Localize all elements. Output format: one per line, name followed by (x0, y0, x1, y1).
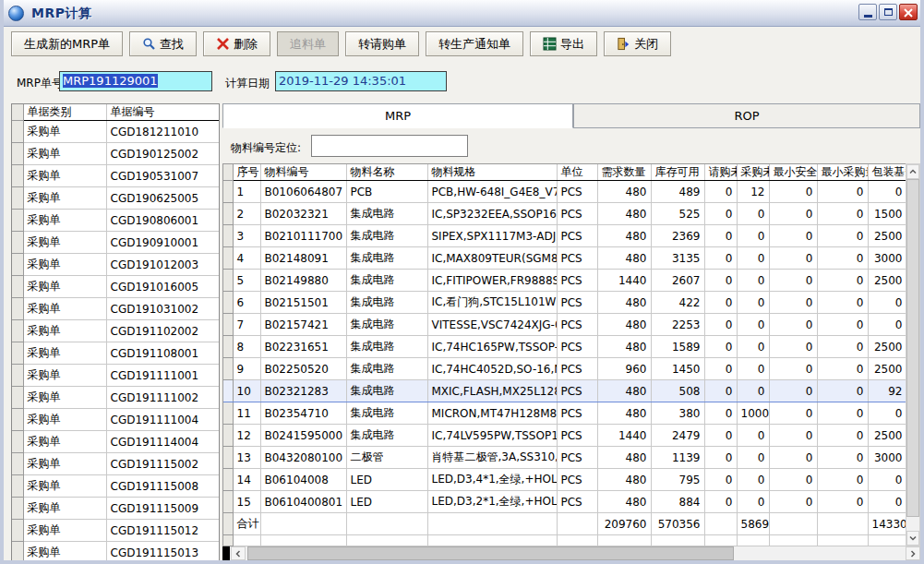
material-locator-label: 物料编号定位: (231, 140, 301, 156)
document-row[interactable]: 采购单CGD190125002 (12, 143, 220, 165)
doc-type-cell: 采购单 (23, 121, 106, 143)
horizontal-scrollbar-thumb[interactable] (247, 546, 734, 560)
mrp-col-header[interactable]: 物料编号 (260, 164, 346, 181)
tab-rop[interactable]: ROP (573, 103, 920, 128)
row-indicator (223, 513, 233, 535)
create-new-mrp-button[interactable]: 生成新的MRP单 (11, 31, 123, 56)
mrp-col-header[interactable]: 请购未到 (704, 164, 737, 181)
tab-mrp[interactable]: MRP (222, 103, 573, 128)
doc-no-cell: CGD191115012 (106, 520, 220, 542)
doc-no-header[interactable]: 单据编号 (106, 104, 220, 121)
document-row[interactable]: 采购单CGD191102002 (12, 320, 220, 342)
mrp-col-header[interactable]: 最小安全 (769, 164, 817, 181)
mrp-cell: 13 (233, 447, 260, 469)
mrp-cell: 6 (233, 292, 260, 314)
doc-type-cell: 采购单 (23, 276, 106, 298)
to-production-notice-button[interactable]: 转生产通知单 (426, 31, 523, 56)
mrp-cell: 0 (817, 203, 868, 225)
material-row[interactable]: 2B02032321集成电路IC,SP3232EEA,SSOP16,3.(PCS… (223, 203, 906, 225)
minimize-button[interactable] (858, 4, 877, 20)
document-row[interactable]: 采购单CGD191115013 (12, 542, 220, 562)
material-row[interactable]: 13B0432080100二极管肖特基二极管,3A,SS310,SMPCS480… (223, 447, 906, 469)
chase-material-button[interactable]: 追料单 (277, 31, 339, 56)
document-row[interactable]: 采购单CGD190910001 (12, 232, 220, 254)
scroll-right-button[interactable] (906, 546, 920, 560)
document-row[interactable]: 采购单CGD190625005 (12, 187, 220, 210)
mrp-cell: PCB,HW-648I_G4E8_V7_2 (427, 181, 557, 203)
material-row[interactable]: 6B02151501集成电路IC,看门狗,STC15L101WPCS480422… (223, 292, 906, 314)
mrp-col-header[interactable]: 包装基数 (868, 164, 906, 181)
material-row[interactable]: 5B02149880集成电路IC,FITIPOWER,FR9888SP(PCS1… (223, 270, 906, 292)
mrp-cell: 1440 (597, 270, 651, 292)
scroll-up-button[interactable] (906, 164, 919, 179)
material-row[interactable]: 10B02321283集成电路MXIC,FLASH,MX25L12835FPCS… (223, 380, 906, 402)
mrp-cell: 0 (737, 491, 769, 513)
material-row[interactable]: 15B0610400801LEDLED,D3,2*1,全绿,+HOLD,DPCS… (223, 491, 906, 513)
export-button[interactable]: 导出 (530, 31, 597, 56)
mrp-cell: 0 (769, 203, 817, 225)
material-row[interactable]: 11B02354710集成电路MICRON,MT47H128M8CF-PCS48… (223, 402, 906, 425)
delete-button[interactable]: 删除 (203, 31, 270, 56)
material-row[interactable]: 8B02231651集成电路IC,74HC165PW,TSSOP-16PCS48… (223, 336, 906, 358)
material-row[interactable]: 12B0241595000集成电路IC,74LV595PW,TSSOP16/7P… (223, 425, 906, 447)
document-row[interactable]: 采购单CGD191111002 (12, 387, 220, 409)
doc-no-cell: CGD191111001 (106, 365, 220, 387)
document-row[interactable]: 采购单CGD191031002 (12, 298, 220, 320)
mrp-cell: 1450 (651, 358, 704, 380)
calc-date-value: 2019-11-29 14:35:01 (279, 74, 406, 88)
close-button[interactable]: 关闭 (604, 31, 671, 56)
scroll-left-button[interactable] (231, 546, 246, 560)
document-row[interactable]: 采购单CGD190806001 (12, 210, 220, 232)
mrp-col-header[interactable]: 库存可用 (651, 164, 704, 181)
scrollbar-grip[interactable] (222, 546, 230, 560)
material-row[interactable]: 7B02157421集成电路VITESSE,VSC7424XJG-02,PCS4… (223, 314, 906, 336)
vertical-scrollbar[interactable] (906, 163, 920, 546)
horizontal-scrollbar[interactable] (222, 546, 920, 560)
document-row[interactable]: 采购单CGD191115012 (12, 520, 220, 542)
mrp-col-header[interactable]: 物料名称 (346, 164, 427, 181)
document-row[interactable]: 采购单CGD191115002 (12, 453, 220, 475)
vertical-scrollbar-thumb[interactable] (906, 179, 919, 517)
mrp-col-header[interactable]: 单位 (557, 164, 597, 181)
scroll-down-button[interactable] (906, 531, 919, 546)
calc-date-input[interactable]: 2019-11-29 14:35:01 (275, 71, 447, 91)
mrp-col-header[interactable]: 序号 (233, 164, 260, 181)
material-row[interactable]: 9B02250520集成电路IC,74HC4052D,SO-16,NXFPCS9… (223, 358, 906, 380)
document-row[interactable]: 采购单CGD191108001 (12, 342, 220, 365)
row-indicator (223, 225, 233, 247)
mrp-col-header[interactable]: 最小采购量 (817, 164, 868, 181)
mrp-col-header[interactable]: 采购未到 (737, 164, 769, 181)
mrp-cell: B02321283 (260, 380, 346, 402)
doc-type-header[interactable]: 单据类别 (23, 104, 106, 121)
find-button[interactable]: 查找 (129, 31, 197, 56)
material-row[interactable]: 4B02148091集成电路IC,MAX809TEUR(SGM809-PCS48… (223, 247, 906, 270)
to-purchase-request-button[interactable]: 转请购单 (345, 31, 419, 56)
document-row[interactable]: 采购单CGD191115009 (12, 498, 220, 520)
material-locator-input[interactable] (311, 135, 468, 157)
document-row[interactable]: 采购单CGD191012003 (12, 254, 220, 276)
doc-no-cell: CGD190625005 (106, 187, 220, 210)
mrp-no-input[interactable]: MRP191129001 (59, 71, 212, 91)
mrp-cell: B02151501 (260, 292, 346, 314)
empty-row[interactable] (223, 535, 906, 546)
document-row[interactable]: 采购单CGD190531007 (12, 165, 220, 187)
document-row[interactable]: 采购单CGD191016005 (12, 276, 220, 298)
document-row[interactable]: 采购单CGD191115008 (12, 475, 220, 498)
mrp-cell (868, 535, 906, 546)
total-row[interactable]: 合计209760570356586914330 (223, 513, 906, 535)
document-row[interactable]: 采购单CGD191114004 (12, 431, 220, 453)
document-row[interactable]: 采购单CGD191111004 (12, 409, 220, 431)
material-row[interactable]: 1B0106064807PCBPCB,HW-648I_G4E8_V7_2PCS4… (223, 181, 906, 203)
mrp-cell: 0 (769, 425, 817, 447)
close-button[interactable] (899, 4, 918, 20)
mrp-col-header[interactable]: 需求数量 (597, 164, 651, 181)
mrp-cell: 0 (704, 491, 737, 513)
maximize-button[interactable] (879, 4, 897, 20)
mrp-cell: 0 (737, 292, 769, 314)
material-row[interactable]: 3B0210111700集成电路SIPEX,SPX1117M3-ADJ,80PC… (223, 225, 906, 247)
material-row[interactable]: 14B06104008LEDLED,D3,4*1,全绿,+HOLD,DPCS48… (223, 469, 906, 491)
mrp-col-header[interactable]: 物料规格 (427, 164, 557, 181)
mrp-cell: 5869 (737, 513, 769, 535)
document-row[interactable]: 采购单CGD191111001 (12, 365, 220, 387)
document-row[interactable]: 采购单CGD181211010 (12, 121, 220, 143)
